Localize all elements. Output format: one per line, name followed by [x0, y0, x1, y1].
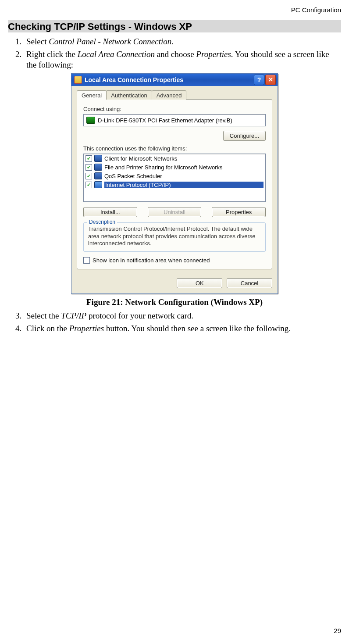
show-icon-label: Show icon in notification area when conn… [93, 257, 210, 264]
description-group: Description Transmission Control Protoco… [83, 222, 266, 252]
properties-button[interactable]: Properties [212, 207, 266, 217]
adapter-field: D-Link DFE-530TX PCI Fast Ethernet Adapt… [83, 114, 266, 126]
items-label: This connection uses the following items… [83, 145, 266, 152]
list-item[interactable]: ✔Internet Protocol (TCP/IP) [84, 180, 265, 189]
step-item: Right click the Local Area Connection an… [24, 49, 341, 70]
protocol-icon [94, 164, 102, 171]
dialog-window: Local Area Connection Properties ? ✕ Gen… [71, 73, 278, 294]
steps-list-a: Select Control Panel - Network Connectio… [8, 36, 341, 70]
list-item[interactable]: ✔Client for Microsoft Networks [84, 154, 265, 163]
step-item: Select the TCP/IP protocol for your netw… [24, 311, 341, 321]
tab-advanced[interactable]: Advanced [152, 90, 187, 100]
tabs: General Authentication Advanced [77, 90, 272, 100]
protocol-icon [94, 172, 102, 179]
nic-icon [86, 117, 95, 124]
header-section: PC Configuration [8, 6, 341, 14]
uninstall-button[interactable]: Uninstall [148, 207, 202, 217]
cancel-button[interactable]: Cancel [227, 278, 272, 288]
item-label: QoS Packet Scheduler [104, 173, 264, 179]
section-title: Checking TCP/IP Settings - Windows XP [8, 20, 341, 32]
tab-panel: Connect using: D-Link DFE-530TX PCI Fast… [77, 99, 272, 269]
item-checkbox[interactable]: ✔ [85, 173, 92, 179]
ok-button[interactable]: OK [177, 278, 222, 288]
list-item[interactable]: ✔QoS Packet Scheduler [84, 172, 265, 180]
protocol-icon [94, 181, 102, 188]
protocol-icon [94, 155, 102, 162]
list-item[interactable]: ✔File and Printer Sharing for Microsoft … [84, 163, 265, 172]
tab-general[interactable]: General [77, 90, 107, 100]
connection-icon [74, 76, 82, 84]
page-number: 29 [334, 627, 341, 634]
close-button[interactable]: ✕ [265, 75, 276, 85]
steps-list-b: Select the TCP/IP protocol for your netw… [8, 311, 341, 334]
dialog-titlebar: Local Area Connection Properties ? ✕ [71, 74, 278, 86]
show-icon-checkbox[interactable] [83, 257, 90, 264]
step-item: Click on the Properties button. You shou… [24, 323, 341, 334]
configure-button[interactable]: Configure... [223, 131, 266, 141]
items-listbox[interactable]: ✔Client for Microsoft Networks✔File and … [83, 154, 266, 202]
item-label: File and Printer Sharing for Microsoft N… [104, 164, 264, 171]
item-label: Client for Microsoft Networks [104, 155, 264, 162]
item-label: Internet Protocol (TCP/IP) [104, 182, 264, 188]
item-checkbox[interactable]: ✔ [85, 155, 92, 162]
description-text: Transmission Control Protocol/Internet P… [88, 225, 261, 247]
item-checkbox[interactable]: ✔ [85, 182, 92, 188]
tab-authentication[interactable]: Authentication [106, 90, 152, 100]
description-legend: Description [87, 219, 117, 225]
connect-using-label: Connect using: [83, 106, 266, 112]
figure-caption: Figure 21: Network Configuration (Window… [8, 297, 341, 307]
install-button[interactable]: Install... [83, 207, 137, 217]
item-checkbox[interactable]: ✔ [85, 164, 92, 171]
adapter-name: D-Link DFE-530TX PCI Fast Ethernet Adapt… [98, 117, 232, 124]
help-button[interactable]: ? [254, 75, 264, 85]
step-item: Select Control Panel - Network Connectio… [24, 36, 341, 47]
dialog-title: Local Area Connection Properties [85, 74, 183, 86]
